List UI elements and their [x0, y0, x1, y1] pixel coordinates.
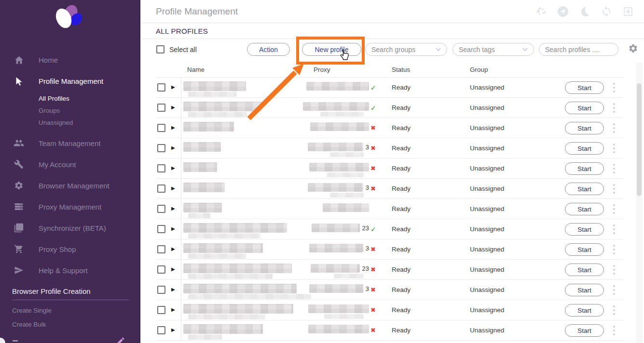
row-checkbox[interactable] — [157, 124, 165, 132]
redacted-profile-name — [183, 122, 234, 132]
search-groups-dropdown[interactable]: Search groups — [365, 43, 447, 56]
sidebar-item-profile-management[interactable]: Profile Management — [0, 70, 139, 92]
row-checkbox[interactable] — [157, 164, 165, 172]
redacted-profile-name — [183, 243, 263, 253]
row-menu-icon[interactable] — [613, 305, 615, 315]
logout-icon[interactable] — [622, 6, 634, 17]
row-menu-icon[interactable] — [613, 265, 615, 275]
table-row: ▶ ✖ Ready Unassigned Start — [156, 158, 623, 179]
proxy-port-suffix: 3 — [366, 285, 369, 292]
row-menu-icon[interactable] — [613, 224, 615, 234]
sidebar-item-synchronizer[interactable]: Synchronizer (BETA) — [0, 217, 139, 238]
expand-arrow-icon[interactable]: ▶ — [171, 307, 175, 312]
row-menu-icon[interactable] — [613, 204, 615, 214]
sidebar-item-help-support[interactable]: Help & Support — [0, 260, 139, 281]
table-settings-gear-icon[interactable] — [628, 43, 638, 53]
row-checkbox[interactable] — [157, 225, 165, 233]
redacted-proxy — [323, 203, 369, 212]
sidebar-subitem-all-profiles[interactable]: All Profiles — [39, 92, 139, 105]
start-button[interactable]: Start — [565, 284, 604, 296]
scrollbar-thumb[interactable] — [637, 83, 642, 196]
row-checkbox[interactable] — [157, 245, 165, 253]
sidebar-item-proxy-shop[interactable]: Proxy Shop — [0, 238, 139, 260]
start-button[interactable]: Start — [565, 243, 604, 256]
edit-icon[interactable] — [116, 336, 125, 343]
expand-arrow-icon[interactable]: ▶ — [171, 185, 175, 191]
start-button[interactable]: Start — [565, 162, 604, 175]
gear-icon — [14, 180, 24, 191]
expand-arrow-icon[interactable]: ▶ — [171, 327, 175, 332]
row-menu-icon[interactable] — [613, 103, 615, 113]
row-checkbox[interactable] — [157, 306, 165, 314]
start-button[interactable]: Start — [565, 223, 604, 236]
new-profile-button[interactable]: New profile — [302, 43, 361, 56]
sidebar-item-home[interactable]: Home — [0, 49, 139, 70]
search-tags-dropdown[interactable]: Search tags — [452, 43, 534, 56]
start-button[interactable]: Start — [565, 304, 604, 317]
row-checkbox[interactable] — [157, 83, 165, 92]
start-button[interactable]: Start — [565, 324, 604, 337]
row-checkbox[interactable] — [157, 205, 165, 213]
start-button[interactable]: Start — [565, 81, 604, 94]
expand-arrow-icon[interactable]: ▶ — [171, 125, 175, 130]
row-menu-icon[interactable] — [613, 144, 615, 153]
row-menu-icon[interactable] — [613, 123, 615, 133]
column-header-proxy: Proxy — [314, 66, 330, 73]
row-checkbox[interactable] — [157, 144, 165, 152]
start-button[interactable]: Start — [565, 264, 604, 276]
expand-arrow-icon[interactable]: ▶ — [171, 105, 175, 110]
sidebar-item-label: Home — [39, 56, 58, 64]
telegram-icon[interactable] — [557, 6, 569, 17]
start-button[interactable]: Start — [565, 102, 604, 114]
group-text: Unassigned — [470, 260, 504, 280]
proxy-status-icon: ✖ — [370, 239, 380, 260]
row-checkbox[interactable] — [157, 286, 165, 294]
team-icon — [14, 138, 24, 148]
expand-arrow-icon[interactable]: ▶ — [171, 246, 175, 251]
row-checkbox[interactable] — [157, 326, 165, 334]
sidebar-item-team-management[interactable]: Team Management — [0, 132, 139, 154]
corner-decoration — [0, 338, 5, 343]
row-menu-icon[interactable] — [613, 83, 615, 92]
recycle-icon[interactable] — [535, 6, 547, 17]
start-button[interactable]: Start — [565, 203, 604, 215]
row-menu-icon[interactable] — [613, 184, 615, 194]
row-menu-icon[interactable] — [613, 245, 615, 254]
expand-arrow-icon[interactable]: ▶ — [171, 226, 175, 231]
expand-arrow-icon[interactable]: ▶ — [171, 206, 175, 211]
expand-arrow-icon[interactable]: ▶ — [171, 266, 175, 272]
sidebar-item-browser-management[interactable]: Browser Management — [0, 175, 139, 196]
search-tags-placeholder: Search tags — [459, 46, 495, 53]
row-checkbox[interactable] — [157, 104, 165, 112]
select-all-checkbox[interactable] — [156, 45, 164, 53]
action-button[interactable]: Action — [247, 43, 290, 56]
row-checkbox[interactable] — [157, 185, 165, 193]
row-checkbox[interactable] — [157, 265, 165, 274]
row-menu-icon[interactable] — [613, 326, 615, 335]
search-profiles-input[interactable] — [539, 43, 618, 56]
expand-arrow-icon[interactable]: ▶ — [171, 165, 175, 171]
expand-arrow-icon[interactable]: ▶ — [171, 84, 175, 90]
collapse-handle[interactable] — [13, 340, 18, 342]
sync-icon[interactable] — [601, 6, 612, 17]
start-button[interactable]: Start — [565, 142, 604, 155]
row-menu-icon[interactable] — [613, 164, 615, 173]
expand-arrow-icon[interactable]: ▶ — [171, 145, 175, 150]
proxy-port-suffix: 23 — [362, 265, 369, 272]
proxy-status-icon: ✖ — [370, 118, 380, 138]
sidebar-item-create-single[interactable]: Create Single — [12, 307, 129, 314]
moon-icon[interactable] — [579, 6, 590, 17]
scrollbar[interactable] — [636, 63, 643, 343]
start-button[interactable]: Start — [565, 122, 604, 134]
sidebar-subitem-groups[interactable]: Groups — [39, 105, 139, 117]
row-menu-icon[interactable] — [613, 285, 615, 295]
sidebar-subitem-unassigned[interactable]: Unassigned — [39, 117, 139, 129]
sidebar-item-proxy-management[interactable]: Proxy Management — [0, 196, 139, 217]
column-header-name: Name — [187, 66, 205, 73]
sidebar-item-my-account[interactable]: My Account — [0, 154, 139, 175]
start-button[interactable]: Start — [565, 183, 604, 195]
redacted-profile-name-line2 — [188, 294, 311, 299]
sidebar-item-create-bulk[interactable]: Create Bulk — [12, 321, 129, 328]
expand-arrow-icon[interactable]: ▶ — [171, 287, 175, 292]
redacted-profile-name-line2 — [188, 314, 265, 319]
